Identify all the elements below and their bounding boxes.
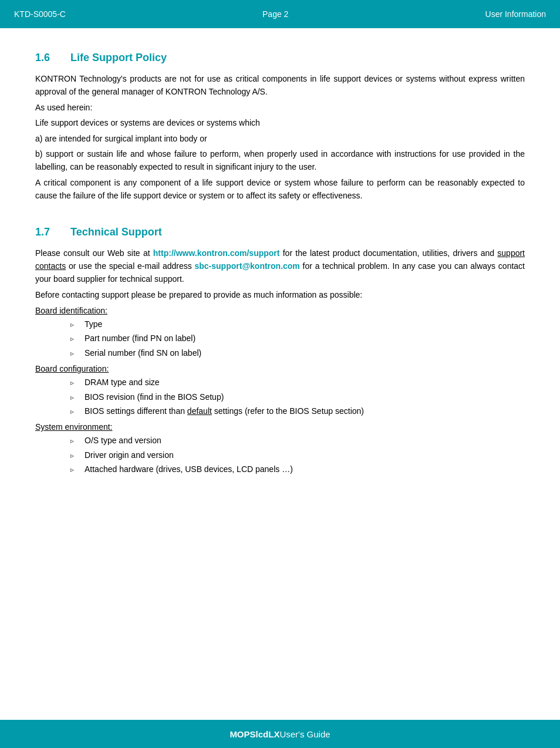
header-section-title: User Information [485,9,546,19]
list-item: ▹ Attached hardware (drives, USB devices… [70,463,525,476]
list-item: ▹ O/S type and version [70,434,525,447]
life-support-para-5: b) support or sustain life and whose fai… [35,147,525,174]
list-item: ▹ Part number (find PN on label) [70,332,525,345]
bullet-icon: ▹ [70,348,79,359]
list-item: ▹ BIOS revision (find in the BIOS Setup) [70,390,525,403]
system-env-list: ▹ O/S type and version ▹ Driver origin a… [70,434,525,476]
list-item: ▹ Serial number (find SN on label) [70,346,525,359]
bullet-icon: ▹ [70,392,79,403]
bullet-icon: ▹ [70,378,79,389]
section-1-6-heading: 1.6 Life Support Policy [35,52,525,64]
footer-suffix: User's Guide [279,729,330,739]
bullet-icon: ▹ [70,464,79,476]
header-doc-id: KTD-S0005-C [14,9,66,19]
board-id-item-2: Part number (find PN on label) [85,332,195,345]
bullet-icon: ▹ [70,333,79,345]
list-item: ▹ DRAM type and size [70,376,525,389]
board-id-item-3: Serial number (find SN on label) [85,346,201,359]
tech-support-intro2: for the latest product documentation, ut… [279,248,497,258]
board-config-list: ▹ DRAM type and size ▹ BIOS revision (fi… [70,376,525,417]
page-footer: MOPSlcdLX User's Guide [0,720,560,748]
tech-support-intro1: Please consult our Web site at [35,248,153,258]
life-support-para-1: KONTRON Technology's products are not fo… [35,72,525,99]
life-support-para-4: a) are intended for surgical implant int… [35,132,525,145]
life-support-para-2: As used herein: [35,101,525,114]
section-1-6-title: Life Support Policy [70,52,167,64]
section-1-7-number: 1.7 [35,226,59,238]
page-header: KTD-S0005-C Page 2 User Information [0,0,560,28]
footer-brand: MOPSlcdLX [230,729,279,739]
life-support-para-6: A critical component is any component of… [35,176,525,203]
bullet-icon: ▹ [70,436,79,447]
tech-support-intro3: or use the special e-mail address [66,261,194,271]
board-config-item-2: BIOS revision (find in the BIOS Setup) [85,390,224,403]
list-item: ▹ BIOS settings different than default s… [70,405,525,417]
board-id-label: Board identification: [35,306,525,315]
bullet-icon: ▹ [70,319,79,331]
kontron-support-link[interactable]: http://www.kontron.com/support [153,248,280,258]
system-env-item-1: O/S type and version [85,434,161,447]
section-1-6-number: 1.6 [35,52,59,64]
board-config-item-3: BIOS settings different than default set… [85,405,364,417]
system-env-label: System environment: [35,422,525,432]
list-item: ▹ Type [70,318,525,331]
tech-support-para-2: Before contacting support please be prep… [35,288,525,301]
email-link[interactable]: sbc-support@kontron.com [195,261,300,271]
tech-support-para-1: Please consult our Web site at http://ww… [35,247,525,286]
section-1-7: 1.7 Technical Support Please consult our… [35,226,525,476]
list-item: ▹ Driver origin and version [70,449,525,461]
board-config-label: Board configuration: [35,364,525,373]
section-1-7-title: Technical Support [70,226,162,238]
bullet-icon: ▹ [70,406,79,417]
system-env-item-2: Driver origin and version [85,449,174,461]
board-id-list: ▹ Type ▹ Part number (find PN on label) … [70,318,525,359]
section-1-6: 1.6 Life Support Policy KONTRON Technolo… [35,52,525,203]
section-1-7-heading: 1.7 Technical Support [35,226,525,238]
board-config-item-1: DRAM type and size [85,376,160,389]
system-env-item-3: Attached hardware (drives, USB devices, … [85,463,293,476]
main-content: 1.6 Life Support Policy KONTRON Technolo… [0,28,560,547]
header-page-number: Page 2 [66,9,485,19]
board-id-item-1: Type [85,318,102,331]
life-support-para-3: Life support devices or systems are devi… [35,116,525,129]
bullet-icon: ▹ [70,450,79,461]
